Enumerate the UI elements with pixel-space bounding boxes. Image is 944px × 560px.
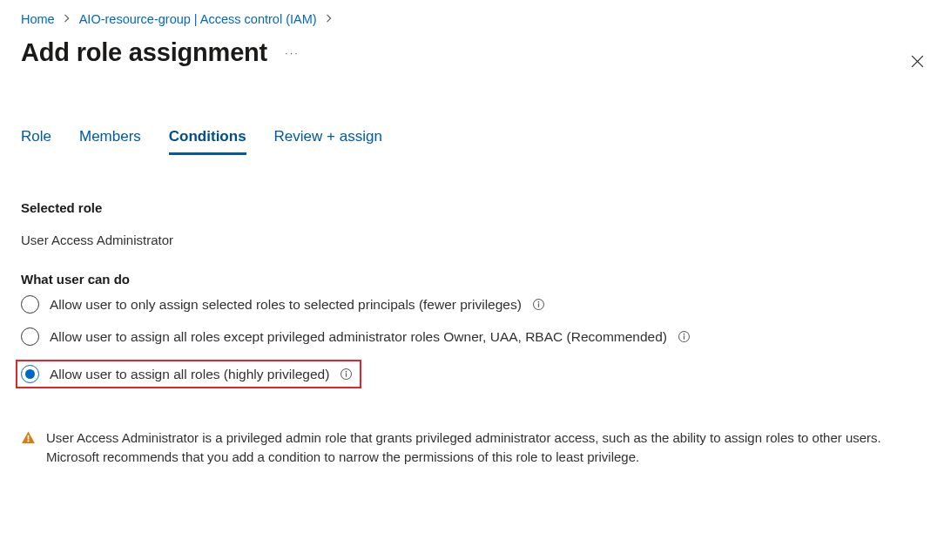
svg-point-10: [27, 440, 29, 442]
option-selected-roles[interactable]: Allow user to only assign selected roles…: [21, 290, 928, 319]
tab-review-assign[interactable]: Review + assign: [274, 128, 382, 155]
tabs: Role Members Conditions Review + assign: [21, 128, 928, 155]
info-icon[interactable]: [532, 298, 545, 311]
breadcrumb-resource[interactable]: AIO-resource-group | Access control (IAM…: [79, 12, 317, 26]
option-label: Allow user to assign all roles except pr…: [50, 329, 667, 345]
radio-icon[interactable]: [21, 327, 39, 346]
option-label: Allow user to assign all roles (highly p…: [50, 367, 329, 382]
tab-role[interactable]: Role: [21, 128, 51, 155]
svg-point-1: [538, 301, 540, 303]
warning-banner: User Access Administrator is a privilege…: [21, 428, 909, 467]
page-title: Add role assignment: [21, 38, 267, 67]
svg-rect-2: [538, 303, 539, 307]
breadcrumb-home[interactable]: Home: [21, 12, 55, 26]
breadcrumb: Home AIO-resource-group | Access control…: [21, 12, 928, 26]
selected-role-value: User Access Administrator: [21, 233, 928, 247]
option-all-roles-highly-privileged[interactable]: Allow user to assign all roles (highly p…: [21, 354, 928, 394]
tab-members[interactable]: Members: [79, 128, 141, 155]
what-user-can-do-heading: What user can do: [21, 272, 928, 287]
info-icon[interactable]: [340, 368, 353, 381]
permission-options: Allow user to only assign selected roles…: [21, 290, 928, 394]
tab-conditions[interactable]: Conditions: [169, 128, 246, 155]
info-icon[interactable]: [678, 330, 691, 343]
warning-text: User Access Administrator is a privilege…: [46, 428, 909, 467]
svg-rect-5: [684, 335, 684, 339]
chevron-right-icon: [64, 13, 71, 25]
warning-icon: [21, 430, 36, 467]
option-all-except-privileged[interactable]: Allow user to assign all roles except pr…: [21, 322, 928, 351]
svg-point-7: [346, 371, 347, 373]
svg-rect-9: [28, 435, 30, 440]
svg-rect-8: [346, 373, 347, 376]
option-label: Allow user to only assign selected roles…: [50, 297, 522, 313]
svg-point-4: [684, 334, 685, 335]
selected-role-heading: Selected role: [21, 200, 928, 215]
close-button[interactable]: [910, 54, 925, 71]
chevron-right-icon: [326, 13, 333, 25]
radio-icon[interactable]: [21, 295, 39, 314]
more-actions-button[interactable]: ···: [285, 46, 300, 59]
radio-icon[interactable]: [21, 365, 39, 383]
